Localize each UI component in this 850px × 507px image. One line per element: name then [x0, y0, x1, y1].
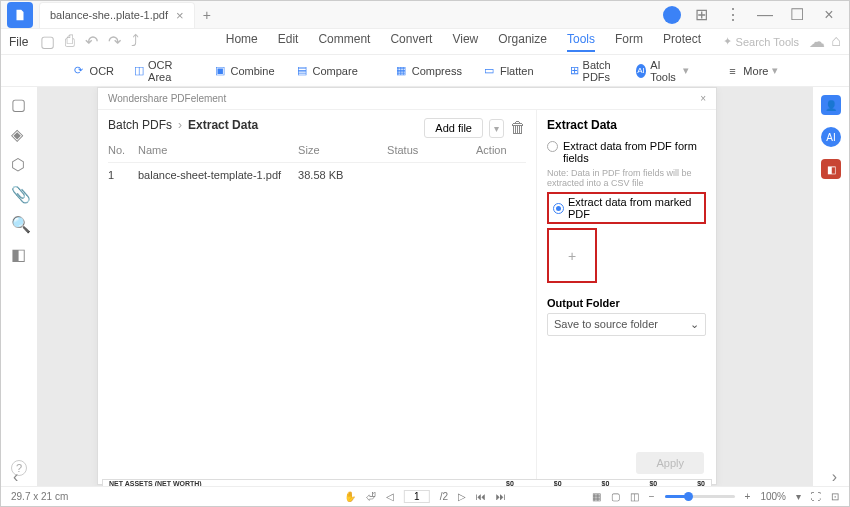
share-icon[interactable]: ⤴: [131, 32, 139, 51]
redo-icon[interactable]: ↷: [108, 32, 121, 51]
zoom-slider[interactable]: [665, 495, 735, 498]
table-header: No. Name Size Status Action: [108, 138, 526, 163]
more-button[interactable]: ≡More▾: [719, 62, 784, 80]
close-window-icon[interactable]: ×: [817, 3, 841, 27]
window-extra-icon[interactable]: ⊞: [689, 3, 713, 27]
page-number-input[interactable]: [404, 490, 430, 503]
tab-organize[interactable]: Organize: [498, 32, 547, 52]
close-tab-icon[interactable]: ×: [176, 8, 184, 23]
tab-comment[interactable]: Comment: [318, 32, 370, 52]
last-page-icon[interactable]: ⏭: [496, 491, 506, 502]
tab-home[interactable]: Home: [226, 32, 258, 52]
first-page-icon[interactable]: ⏮: [476, 491, 486, 502]
option-form-fields[interactable]: Extract data from PDF form fields: [547, 140, 706, 164]
cloud-icon[interactable]: ☁: [809, 32, 825, 51]
tab-title: balance-she..plate-1.pdf: [50, 9, 168, 21]
add-file-dropdown-icon[interactable]: ▾: [489, 119, 504, 138]
add-file-button[interactable]: Add file: [424, 118, 483, 138]
prev-page-icon[interactable]: ◁: [386, 491, 394, 502]
view-mode-2-icon[interactable]: ▢: [611, 491, 620, 502]
table-row[interactable]: 1 balance-sheet-template-1.pdf 38.58 KB: [108, 163, 526, 187]
compare-button[interactable]: ▤Compare: [289, 62, 364, 80]
page-dimensions: 29.7 x 21 cm: [11, 491, 68, 502]
panel-close-icon[interactable]: ×: [700, 93, 706, 104]
page-total: /2: [440, 491, 448, 502]
tab-convert[interactable]: Convert: [390, 32, 432, 52]
layers-icon[interactable]: ◧: [11, 245, 27, 261]
print-icon[interactable]: ⎙: [65, 32, 75, 51]
breadcrumb-current: Extract Data: [188, 118, 258, 132]
view-mode-3-icon[interactable]: ◫: [630, 491, 639, 502]
radio-checked-icon: [553, 203, 564, 214]
output-folder-dropdown[interactable]: Save to source folder ⌄: [547, 313, 706, 336]
tab-form[interactable]: Form: [615, 32, 643, 52]
batch-extract-panel: Wondershare PDFelement × Batch PDFs › Ex…: [97, 87, 717, 485]
hand-tool-icon[interactable]: ✋: [344, 491, 356, 502]
kebab-menu-icon[interactable]: ⋮: [721, 3, 745, 27]
right-rail-badge-1[interactable]: 👤: [821, 95, 841, 115]
zoom-out-icon[interactable]: −: [649, 491, 655, 502]
app-logo: [7, 2, 33, 28]
user-avatar[interactable]: [663, 6, 681, 24]
view-mode-1-icon[interactable]: ▦: [592, 491, 601, 502]
option-marked-pdf[interactable]: Extract data from marked PDF: [547, 192, 706, 224]
output-folder-label: Output Folder: [547, 297, 706, 309]
save-icon[interactable]: ▢: [40, 32, 55, 51]
thumbnails-icon[interactable]: ▢: [11, 95, 27, 111]
batch-pdfs-button[interactable]: ⊞Batch PDFs: [564, 57, 622, 85]
zoom-level: 100%: [760, 491, 786, 502]
compress-button[interactable]: ▦Compress: [388, 62, 468, 80]
security-icon[interactable]: ⬡: [11, 155, 27, 171]
file-menu[interactable]: File: [9, 35, 28, 49]
tab-tools[interactable]: Tools: [567, 32, 595, 52]
document-tab[interactable]: balance-she..plate-1.pdf ×: [39, 2, 195, 28]
fullscreen-icon[interactable]: ⊡: [831, 491, 839, 502]
minimize-icon[interactable]: —: [753, 3, 777, 27]
breadcrumb-root[interactable]: Batch PDFs: [108, 118, 172, 132]
search-icon[interactable]: 🔍: [11, 215, 27, 231]
maximize-icon[interactable]: ☐: [785, 3, 809, 27]
next-page-icon[interactable]: ▷: [458, 491, 466, 502]
breadcrumb: Batch PDFs › Extract Data: [108, 118, 258, 132]
tab-view[interactable]: View: [452, 32, 478, 52]
right-rail-badge-2[interactable]: ◧: [821, 159, 841, 179]
note-text: Note: Data in PDF from fields will be ex…: [547, 168, 706, 188]
chevron-down-icon: ⌄: [690, 318, 699, 331]
ocr-button[interactable]: ⟳OCR: [66, 62, 120, 80]
undo-icon[interactable]: ↶: [85, 32, 98, 51]
zoom-dropdown-icon[interactable]: ▾: [796, 491, 801, 502]
zoom-in-icon[interactable]: +: [745, 491, 751, 502]
bookmarks-icon[interactable]: ◈: [11, 125, 27, 141]
attachments-icon[interactable]: 📎: [11, 185, 27, 201]
tab-edit[interactable]: Edit: [278, 32, 299, 52]
combine-button[interactable]: ▣Combine: [207, 62, 281, 80]
next-page-arrow-icon[interactable]: ›: [832, 468, 837, 486]
ai-tools-button[interactable]: AIAI Tools▾: [630, 57, 696, 85]
magic-wand-icon: ✦: [723, 35, 732, 48]
tab-protect[interactable]: Protect: [663, 32, 701, 52]
right-rail-ai-icon[interactable]: AI: [821, 127, 841, 147]
prev-page-arrow-icon[interactable]: ‹: [13, 468, 18, 486]
extract-section-title: Extract Data: [547, 118, 706, 132]
flatten-button[interactable]: ▭Flatten: [476, 62, 540, 80]
search-tools[interactable]: ✦ Search Tools: [723, 35, 799, 48]
delete-icon[interactable]: 🗑: [510, 119, 526, 137]
add-marked-area-button[interactable]: +: [547, 228, 597, 283]
select-tool-icon[interactable]: ⮰: [366, 491, 376, 502]
home-icon[interactable]: ⌂: [831, 32, 841, 51]
add-tab-button[interactable]: +: [203, 7, 211, 23]
radio-icon: [547, 141, 558, 152]
ocr-area-button[interactable]: ◫OCR Area: [128, 57, 182, 85]
panel-app-name: Wondershare PDFelement: [108, 93, 226, 104]
fit-width-icon[interactable]: ⛶: [811, 491, 821, 502]
